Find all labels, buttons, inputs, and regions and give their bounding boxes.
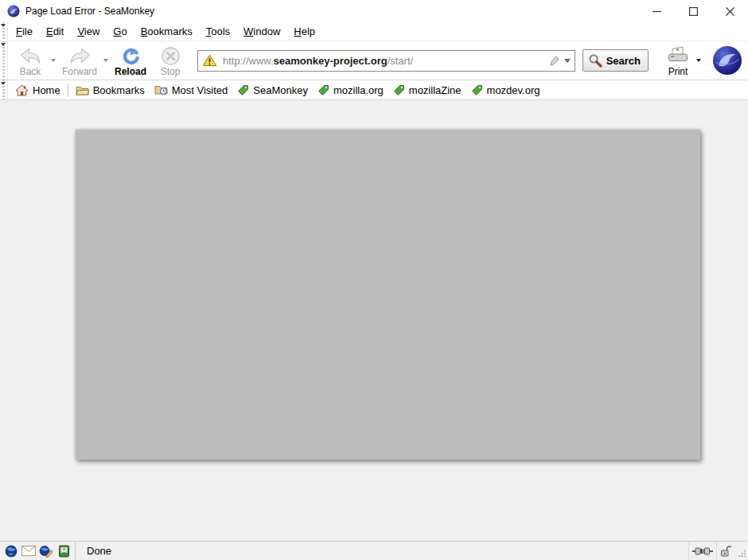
- back-dropdown-icon[interactable]: [51, 59, 56, 62]
- bookmark-label: SeaMonkey: [253, 84, 308, 96]
- menu-view[interactable]: View: [72, 22, 105, 41]
- window-controls: [638, 0, 748, 22]
- green-tag-icon: [318, 84, 329, 96]
- toolbar-separator: [68, 84, 68, 97]
- mail-button[interactable]: [21, 544, 36, 558]
- home-label: Home: [33, 84, 60, 96]
- maximize-button[interactable]: [675, 0, 711, 22]
- folder-clock-icon: [154, 84, 168, 95]
- browser-content-area: [0, 100, 748, 541]
- bookmark-label: mozilla.org: [333, 84, 384, 96]
- statusbar: Done: [0, 541, 748, 560]
- home-icon: [15, 84, 29, 96]
- composer-icon: [39, 545, 53, 558]
- printer-icon: [666, 45, 690, 66]
- bookmark-tag-icon[interactable]: [548, 55, 560, 67]
- stop-icon: [161, 45, 181, 66]
- page-warning-icon: [202, 54, 217, 67]
- security-status[interactable]: [716, 542, 734, 560]
- menubar: File Edit View Go Bookmarks Tools Window…: [0, 22, 748, 41]
- throbber-seamonkey-logo[interactable]: [712, 45, 742, 76]
- forward-dropdown-icon[interactable]: [103, 59, 108, 62]
- stop-label: Stop: [161, 67, 181, 76]
- green-tag-icon: [393, 84, 405, 96]
- back-arrow-icon: [19, 45, 42, 66]
- error-page-placeholder-box: [76, 130, 700, 460]
- resize-grip[interactable]: [734, 548, 748, 560]
- menu-edit[interactable]: Edit: [41, 22, 69, 41]
- navigator-globe-icon: [5, 545, 18, 558]
- magnifier-icon: [588, 53, 602, 68]
- toolbar-grippy[interactable]: [0, 41, 8, 80]
- navigator-button[interactable]: [4, 544, 18, 558]
- search-button[interactable]: Search: [582, 49, 649, 72]
- print-label: Print: [668, 67, 688, 76]
- menu-bookmarks[interactable]: Bookmarks: [135, 22, 198, 41]
- navigation-toolbar: Back Forward Reload: [0, 41, 748, 80]
- status-text: Done: [76, 545, 111, 557]
- online-status[interactable]: [688, 542, 716, 560]
- green-tag-icon: [237, 84, 249, 96]
- lock-open-icon: [720, 545, 731, 557]
- folder-icon: [76, 85, 89, 95]
- mail-envelope-icon: [21, 546, 36, 556]
- reload-icon: [121, 45, 141, 66]
- menu-help[interactable]: Help: [288, 22, 321, 41]
- url-history-dropdown-icon[interactable]: [564, 59, 571, 63]
- forward-button[interactable]: Forward: [57, 44, 102, 78]
- urlbar-right-controls: [548, 55, 571, 67]
- personal-toolbar-grippy[interactable]: [0, 80, 8, 99]
- url-bar[interactable]: http://www.seamonkey-project.org/start/: [197, 50, 575, 72]
- titlebar: Page Load Error - SeaMonkey: [0, 0, 748, 22]
- forward-label: Forward: [62, 67, 97, 76]
- home-button[interactable]: Home: [10, 82, 65, 99]
- bookmarks-folder-button[interactable]: Bookmarks: [71, 82, 150, 99]
- browser-window: Page Load Error - SeaMonkey File Edit Vi…: [0, 0, 748, 560]
- bookmark-mozdev[interactable]: mozdev.org: [466, 82, 545, 99]
- reload-button[interactable]: Reload: [110, 44, 151, 78]
- address-book-button[interactable]: [56, 544, 71, 558]
- back-label: Back: [20, 67, 41, 76]
- bookmark-mozilla-org[interactable]: mozilla.org: [313, 82, 388, 99]
- url-text[interactable]: http://www.seamonkey-project.org/start/: [223, 55, 413, 67]
- menubar-grippy[interactable]: [0, 22, 8, 41]
- stop-button[interactable]: Stop: [151, 44, 189, 78]
- print-dropdown-icon[interactable]: [696, 59, 701, 62]
- green-tag-icon: [471, 84, 483, 96]
- menu-file[interactable]: File: [10, 22, 38, 41]
- online-plug-icon: [692, 546, 713, 556]
- personal-toolbar: Home Bookmarks Most Visited SeaMonkey: [0, 80, 748, 100]
- reload-label: Reload: [115, 67, 146, 76]
- menu-window[interactable]: Window: [238, 22, 286, 41]
- search-label: Search: [606, 55, 641, 67]
- bookmark-mozillazine[interactable]: mozillaZine: [388, 82, 466, 99]
- minimize-button[interactable]: [638, 0, 675, 22]
- statusbar-right: [688, 542, 748, 560]
- component-bar: [0, 542, 76, 560]
- bookmarks-label: Bookmarks: [93, 84, 145, 96]
- menu-tools[interactable]: Tools: [201, 22, 236, 41]
- bookmark-label: mozillaZine: [409, 84, 462, 96]
- composer-button[interactable]: [39, 544, 53, 558]
- most-visited-button[interactable]: Most Visited: [150, 82, 233, 99]
- close-button[interactable]: [711, 0, 748, 22]
- print-button[interactable]: Print: [661, 44, 695, 78]
- address-book-icon: [58, 545, 70, 558]
- menu-go[interactable]: Go: [107, 22, 132, 41]
- bookmark-seamonkey[interactable]: SeaMonkey: [232, 82, 313, 99]
- bookmark-label: mozdev.org: [487, 84, 540, 96]
- most-visited-label: Most Visited: [172, 84, 228, 96]
- window-title: Page Load Error - SeaMonkey: [25, 6, 154, 17]
- seamonkey-logo-icon: [7, 5, 20, 18]
- back-button[interactable]: Back: [11, 44, 49, 78]
- forward-arrow-icon: [68, 45, 92, 66]
